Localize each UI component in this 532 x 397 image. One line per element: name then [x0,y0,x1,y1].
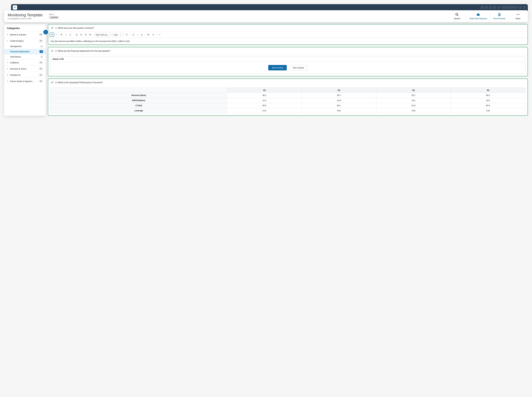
editor-content[interactable]: Our Q4 revenue was $60.3 million, reflec… [48,38,528,44]
chevron-right-icon [7,80,9,82]
text-color-button[interactable]: A [131,33,135,37]
question-text: 3. What is the Quarterly Performance Ove… [55,81,103,84]
sidebar-collapse-button[interactable] [43,30,48,34]
table-cell: 61.8 [376,103,451,108]
category-portfolio-fit[interactable]: Portfolio Fit 10 [4,72,46,78]
row-label: EBITDA($mm) [50,98,227,103]
table-cell: 50.7 [302,93,376,98]
new-upload-button[interactable]: New Upload [289,65,307,70]
table-header: 4Q [451,88,525,93]
table-cell: 18.5 [451,98,525,103]
table-row: EBITDA($mm) 12.4 14.8 16.2 18.5 [50,98,525,103]
main-content: 1. What was your last quarter revenue? A… [48,24,528,116]
chrome-button[interactable] [497,6,501,9]
text-color-dropdown[interactable] [136,33,140,37]
table-cell: 60.1 [302,103,376,108]
subcategory-debt-metrics[interactable]: Debt Metrics 10 [4,54,46,59]
svg-point-6 [517,14,517,15]
editor-toolbar: AI B I U Open Sans,sa... 14px [48,32,528,38]
category-market-industry[interactable]: Market & Industry 04 [4,31,46,38]
chrome-button[interactable] [485,6,488,9]
page-subtitle: Last updated on Jan 10, 2025 [8,18,43,20]
font-size-select[interactable]: 14px [112,33,122,37]
chrome-button[interactable] [481,6,484,9]
category-label: Portfolio Fit [10,74,37,76]
browser-chrome [11,4,528,11]
chevron-down-icon[interactable] [55,34,57,36]
category-count: 25 [39,39,43,42]
category-label: Collateral [10,61,37,64]
search-action[interactable]: Search [451,13,463,20]
table-cell: 45.2 [227,93,302,98]
highlight-button[interactable] [140,33,144,37]
align-right-button[interactable] [84,33,88,37]
font-family-value: Open Sans,sa... [96,34,109,36]
category-credit-analysis[interactable]: Credit Analysis 25 [4,38,46,44]
chevron-down-icon [7,40,9,42]
svg-point-32 [160,35,161,35]
question-card-2: 2. What are the financial statements for… [48,47,528,76]
svg-rect-4 [499,13,500,14]
search-label: Search [454,17,460,20]
performance-table: 1Q 2Q 3Q 4Q Revenue ($mm) 45.2 50.7 55.1… [50,87,525,113]
chrome-button[interactable] [493,6,496,9]
align-center-button[interactable] [79,33,83,37]
toolbar-more-button[interactable] [157,33,161,37]
align-left-button[interactable] [75,33,79,37]
category-count: 10 [39,74,43,76]
question-card-1: 1. What was your last quarter revenue? A… [48,24,528,45]
status-label: Status [49,13,59,15]
category-structure-terms[interactable]: Structure & Terms 10 [4,66,46,72]
more-icon [516,13,520,17]
bold-button[interactable]: B [59,33,63,37]
chevron-right-icon [7,68,9,69]
app-logo-icon [13,5,17,10]
ai-assist-button[interactable]: AI [49,33,54,37]
status-block: Status ACTIVE [49,13,59,19]
page-title: Monitoring Template [8,13,43,17]
font-family-select[interactable]: Open Sans,sa... [94,33,112,37]
subcategory-label: Financial Statements [10,50,38,53]
svg-point-0 [456,13,458,15]
chrome-pill[interactable] [501,6,518,9]
subcategory-financial-statements[interactable]: Financial Statements 5 [4,49,46,54]
table-header: 2Q [302,88,376,93]
category-label: Future Goals & Opportu... [10,80,37,82]
question-text: 2. What are the financial statements for… [55,50,110,52]
superscript-button[interactable]: X2 [125,33,129,37]
chrome-button[interactable] [523,6,526,9]
more-action[interactable]: More [512,13,524,20]
category-label: Structure & Terms [10,68,37,70]
check-icon [51,81,54,84]
question-card-3: 3. What is the Quarterly Performance Ove… [48,79,528,116]
print-action[interactable]: Print Preview [493,13,506,20]
attach-file-label: Attach a File [50,56,525,62]
print-label: Print Preview [493,17,506,20]
check-icon [51,49,54,53]
bullet-list-button[interactable] [146,33,151,37]
svg-point-30 [159,35,159,35]
new-request-action[interactable]: Start New Request [470,13,487,20]
category-count: 10 [39,80,43,83]
subcategory-count: 5 [39,50,43,53]
underline-button[interactable]: U [68,33,72,37]
numbered-list-button[interactable] [151,33,155,37]
svg-point-31 [159,35,160,35]
add-existing-button[interactable]: Add Existing [268,65,287,70]
table-cell: 2.6x [451,108,525,113]
chrome-button[interactable] [489,6,492,9]
more-label: More [516,17,520,20]
align-justify-button[interactable] [88,33,92,37]
row-label: Leverage [50,108,227,113]
subcategory-management[interactable]: Management 10 [4,44,46,49]
table-row: LTV(%) 58.3 60.1 61.8 63.5 [50,103,525,108]
category-future-goals[interactable]: Future Goals & Opportu... 10 [4,78,46,84]
category-collateral[interactable]: Collateral 10 [4,59,46,66]
chrome-button[interactable] [519,6,522,9]
row-label: LTV(%) [50,103,227,108]
question-text: 1. What was your last quarter revenue? [55,27,94,29]
italic-button[interactable]: I [64,33,68,37]
search-icon [455,13,459,17]
printer-icon [498,13,501,17]
table-cell: 14.8 [302,98,376,103]
